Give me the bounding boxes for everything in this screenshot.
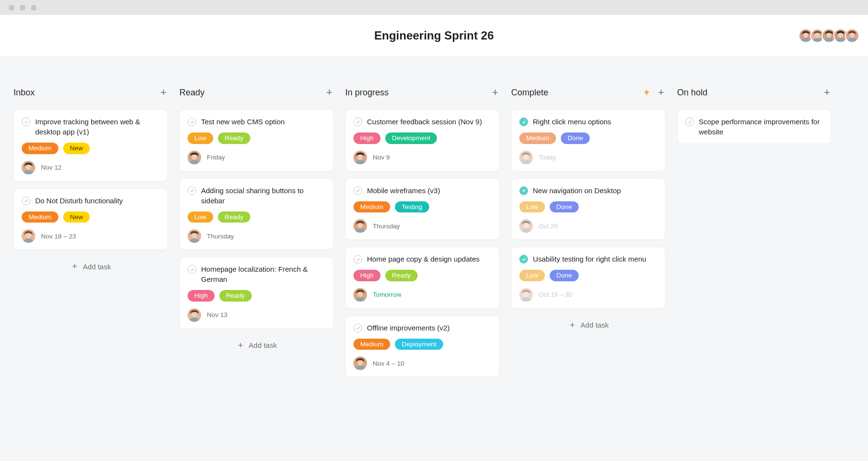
column-ready: Ready+Test new web CMS optionLowReadyFri…	[179, 86, 334, 461]
due-date: Nov 12	[41, 164, 62, 171]
column-header: Complete+	[511, 86, 665, 99]
tag: Low	[188, 132, 213, 144]
assignee-avatar[interactable]	[22, 229, 35, 243]
task-card[interactable]: Test new web CMS optionLowReadyFriday	[179, 109, 334, 171]
add-task-label: Add task	[83, 263, 111, 271]
complete-check-icon[interactable]	[188, 186, 196, 195]
column-complete: Complete+Right click menu optionsMediumD…	[511, 86, 665, 461]
task-card[interactable]: Mobile wireframes (v3)MediumTestingThurs…	[345, 178, 500, 240]
svg-point-11	[26, 164, 31, 170]
team-avatar[interactable]	[845, 28, 859, 43]
svg-point-13	[26, 233, 31, 238]
complete-check-icon[interactable]	[22, 197, 30, 205]
assignee-avatar[interactable]	[188, 308, 201, 322]
task-card[interactable]: Usability testing for right click menuLo…	[511, 247, 665, 309]
assignee-avatar[interactable]	[519, 151, 533, 164]
complete-check-icon[interactable]	[353, 186, 362, 195]
task-card[interactable]: Do Not Disturb functionalityMediumNewNov…	[14, 188, 168, 250]
traffic-light-close[interactable]	[9, 5, 14, 11]
assignee-avatar[interactable]	[353, 288, 367, 302]
tag-row: MediumNew	[22, 143, 160, 154]
add-card-icon[interactable]: +	[325, 88, 334, 97]
column-title: Ready	[179, 88, 325, 98]
assignee-avatar[interactable]	[188, 151, 201, 164]
complete-check-icon[interactable]	[353, 324, 362, 332]
assignee-avatar[interactable]	[188, 229, 201, 243]
tag-row: LowReady	[188, 211, 326, 223]
svg-point-21	[357, 154, 363, 159]
task-card[interactable]: Scope performance improvements for websi…	[677, 109, 831, 144]
add-task-button[interactable]: +Add task	[14, 258, 168, 275]
tag-row: HighReady	[188, 290, 326, 302]
add-card-icon[interactable]: +	[491, 88, 500, 97]
complete-check-icon[interactable]	[519, 186, 528, 195]
tag: High	[353, 270, 380, 281]
tag: Medium	[519, 132, 556, 144]
due-date: Nov 18 – 23	[41, 233, 76, 240]
task-card[interactable]: New navigation on DesktopLowDoneOct 29	[511, 178, 665, 240]
due-date: Thursday	[373, 223, 400, 230]
task-card[interactable]: Adding social sharing buttons to sidebar…	[179, 178, 334, 250]
complete-check-icon[interactable]	[519, 118, 528, 126]
task-card[interactable]: Improve tracking between web & desktop a…	[14, 109, 168, 182]
svg-point-17	[191, 233, 197, 238]
add-card-icon[interactable]: +	[823, 88, 831, 97]
add-card-icon[interactable]: +	[159, 88, 168, 97]
assignee-avatar[interactable]	[519, 219, 533, 233]
task-title: Adding social sharing buttons to sidebar	[201, 185, 326, 206]
meta-row: Nov 18 – 23	[22, 229, 160, 243]
automation-bolt-icon[interactable]	[642, 88, 651, 97]
tag: Ready	[218, 132, 250, 144]
due-date: Oct 19 – 30	[539, 291, 572, 298]
assignee-avatar[interactable]	[519, 288, 533, 302]
meta-row: Tomorrow	[353, 288, 491, 302]
tag-row: MediumDeployment	[353, 339, 491, 350]
complete-check-icon[interactable]	[188, 265, 196, 274]
svg-point-5	[827, 33, 831, 38]
complete-check-icon[interactable]	[22, 118, 30, 126]
task-title: Mobile wireframes (v3)	[367, 185, 440, 196]
add-task-label: Add task	[249, 341, 277, 349]
task-title: Test new web CMS option	[201, 117, 285, 127]
tag-row: HighReady	[353, 270, 491, 281]
task-card[interactable]: Home page copy & design updatesHighReady…	[345, 247, 500, 309]
add-card-icon[interactable]: +	[657, 88, 665, 97]
complete-check-icon[interactable]	[519, 255, 528, 263]
complete-check-icon[interactable]	[685, 118, 694, 126]
column-header: In progress+	[345, 86, 500, 99]
task-card[interactable]: Offline improvements (v2)MediumDeploymen…	[345, 316, 500, 378]
svg-point-33	[523, 291, 529, 297]
column-inprogress: In progress+Customer feedback session (N…	[345, 86, 500, 461]
card-list: Customer feedback session (Nov 9)HighDev…	[345, 109, 500, 377]
board-header: Engineering Sprint 26	[0, 15, 868, 56]
column-title: On hold	[677, 88, 823, 98]
complete-check-icon[interactable]	[188, 118, 196, 126]
complete-check-icon[interactable]	[353, 255, 362, 263]
complete-check-icon[interactable]	[353, 118, 362, 126]
column-title: In progress	[345, 88, 491, 98]
traffic-light-max[interactable]	[31, 5, 37, 11]
meta-row: Oct 19 – 30	[519, 288, 657, 302]
meta-row: Thursday	[188, 229, 326, 243]
due-date: Nov 4 – 10	[373, 360, 404, 367]
task-card[interactable]: Homepage localization: French & GermanHi…	[179, 257, 334, 329]
assignee-avatar[interactable]	[353, 219, 367, 233]
task-card[interactable]: Right click menu optionsMediumDoneToday	[511, 109, 665, 171]
assignee-avatar[interactable]	[22, 161, 35, 174]
add-task-button[interactable]: +Add task	[179, 337, 334, 354]
tag-row: LowReady	[188, 132, 326, 144]
task-title: Right click menu options	[533, 117, 611, 127]
assignee-avatar[interactable]	[353, 151, 367, 164]
team-avatars[interactable]	[801, 28, 859, 43]
svg-point-31	[523, 223, 529, 228]
due-date: Nov 13	[207, 311, 228, 318]
task-card[interactable]: Customer feedback session (Nov 9)HighDev…	[345, 109, 500, 171]
add-task-button[interactable]: +Add task	[511, 316, 665, 334]
assignee-avatar[interactable]	[353, 356, 367, 370]
tag: Done	[550, 201, 579, 213]
tag: Low	[519, 201, 545, 213]
traffic-light-min[interactable]	[20, 5, 26, 11]
svg-point-3	[815, 33, 820, 38]
column-header: On hold+	[677, 86, 831, 99]
task-title: Offline improvements (v2)	[367, 323, 449, 333]
